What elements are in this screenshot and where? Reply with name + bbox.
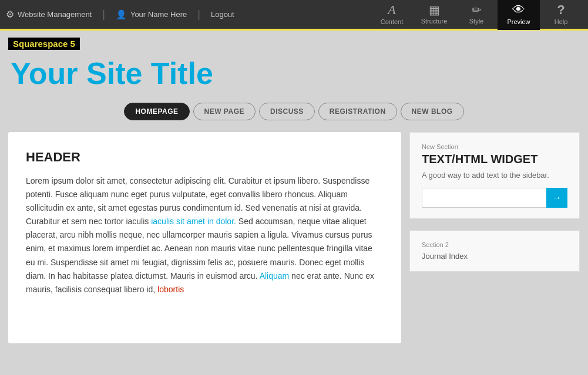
top-navigation-bar: Website Management | Your Name Here | Lo… — [0, 0, 588, 31]
sidebar-section-1-desc: A good way to add text to the sidebar. — [422, 171, 567, 180]
tab-discuss[interactable]: DISCUSS — [259, 103, 315, 120]
site-title: Your Site Title — [11, 56, 580, 91]
main-header: HEADER — [26, 150, 384, 165]
style-tool[interactable]: ✏ Style — [455, 0, 498, 30]
content-tool[interactable]: A Content — [371, 0, 413, 30]
navigation-tabs: HOMEPAGE NEW PAGE DISCUSS REGISTRATION N… — [8, 103, 580, 120]
style-label: Style — [469, 18, 483, 25]
preview-tool[interactable]: 👁 Preview — [498, 0, 540, 30]
sidebar-section-2-item: Journal Index — [422, 252, 567, 261]
gear-icon — [6, 9, 14, 20]
sidebar-section-1-title: TEXT/HTML WIDGET — [422, 153, 567, 166]
website-management-button[interactable]: Website Management — [6, 9, 92, 20]
main-layout: HEADER Lorem ipsum dolor sit amet, conse… — [8, 132, 580, 343]
user-name-label: Your Name Here — [130, 10, 187, 19]
sidebar-section-1-label: New Section — [422, 143, 567, 150]
sidebar-submit-button[interactable]: → — [546, 188, 567, 208]
logout-button[interactable]: Logout — [211, 10, 234, 19]
tab-new-page[interactable]: NEW PAGE — [193, 103, 256, 120]
content-icon: A — [388, 4, 395, 16]
main-content-panel: HEADER Lorem ipsum dolor sit amet, conse… — [8, 132, 401, 343]
tab-new-blog[interactable]: NEW BLOG — [401, 103, 464, 120]
help-tool[interactable]: ? Help — [540, 0, 582, 30]
topbar-left-section: Website Management | Your Name Here | Lo… — [6, 8, 371, 21]
logout-label: Logout — [211, 10, 234, 19]
style-icon: ✏ — [472, 4, 482, 16]
tab-registration[interactable]: REGISTRATION — [318, 103, 397, 120]
user-icon — [116, 9, 127, 20]
arrow-icon: → — [552, 192, 562, 203]
sidebar-input-row: → — [422, 188, 567, 208]
separator: | — [102, 8, 105, 21]
website-management-label: Website Management — [18, 10, 92, 19]
tab-homepage[interactable]: HOMEPAGE — [124, 103, 189, 120]
structure-tool[interactable]: ▦ Structure — [413, 0, 455, 30]
sidebar-section-2: Section 2 Journal Index — [409, 231, 580, 272]
structure-icon: ▦ — [429, 4, 440, 16]
preview-label: Preview — [507, 18, 530, 25]
separator2: | — [197, 8, 200, 21]
topbar-tools: A Content ▦ Structure ✏ Style 👁 Preview … — [371, 0, 582, 30]
structure-label: Structure — [421, 18, 448, 25]
sidebar: New Section TEXT/HTML WIDGET A good way … — [409, 132, 580, 343]
user-profile-button[interactable]: Your Name Here — [116, 9, 187, 20]
content-label: Content — [381, 18, 404, 25]
badge-text: Squarespace 5 — [13, 39, 75, 49]
main-body-text: Lorem ipsum dolor sit amet, consectetur … — [26, 174, 384, 296]
help-icon: ? — [557, 4, 565, 16]
squarespace-badge: Squarespace 5 — [8, 38, 80, 50]
content-area: Squarespace 5 Your Site Title HOMEPAGE N… — [0, 31, 588, 375]
sidebar-text-input[interactable] — [422, 188, 546, 208]
sidebar-section-1: New Section TEXT/HTML WIDGET A good way … — [409, 132, 580, 219]
help-label: Help — [555, 18, 568, 25]
sidebar-section-2-label: Section 2 — [422, 241, 567, 248]
preview-icon: 👁 — [512, 4, 525, 16]
